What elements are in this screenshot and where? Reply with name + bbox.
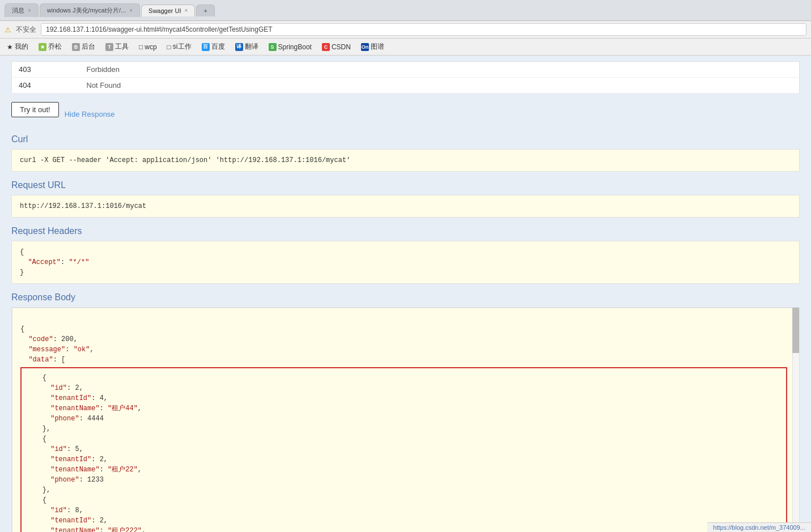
tab-label: 消息 [12, 6, 24, 15]
bookmark-label: 翻译 [245, 42, 258, 52]
response-body-label: Response Body [11, 292, 800, 303]
response-desc-403: Forbidden [80, 62, 800, 78]
bookmark-icon: On [361, 43, 369, 51]
tab-new[interactable]: + [196, 5, 214, 16]
bookmark-icon: 百 [202, 43, 210, 51]
bookmark-icon: □ [139, 43, 143, 51]
tab-messages[interactable]: 消息 × [5, 3, 39, 17]
action-row: Try it out! Hide Response [11, 102, 800, 126]
warning-icon: ⚠ [5, 25, 11, 34]
address-bar-row: ⚠ 不安全 192.168.137.1:1016/swagger-ui.html… [0, 21, 811, 39]
table-row-404: 404 Not Found [12, 78, 800, 93]
tab-close-icon[interactable]: × [129, 7, 133, 14]
response-codes-table: 403 Forbidden 404 Not Found [11, 61, 800, 93]
request-headers-content: { "Accept": "*/*" } [11, 241, 800, 284]
table-row-403: 403 Forbidden [12, 62, 800, 78]
request-headers-label: Request Headers [11, 226, 800, 236]
tab-close-icon[interactable]: × [185, 7, 188, 14]
bookmark-label: 我的 [15, 42, 28, 52]
bookmark-label: CSDN [332, 43, 351, 51]
curl-label: Curl [11, 134, 800, 144]
curl-content: curl -X GET --header 'Accept: applicatio… [11, 149, 800, 172]
bookmark-label: si工作 [173, 42, 192, 52]
curl-section: Curl curl -X GET --header 'Accept: appli… [11, 134, 800, 172]
page-content: 403 Forbidden 404 Not Found Try it out! … [0, 56, 811, 532]
bookmark-translate[interactable]: 译 翻译 [233, 41, 261, 53]
bookmark-icon: S [269, 43, 277, 51]
bookmark-mine[interactable]: ★ 我的 [5, 41, 31, 53]
bookmark-si[interactable]: □ si工作 [165, 41, 194, 53]
bookmark-icon: C [322, 43, 330, 51]
bookmark-label: 后台 [82, 42, 95, 52]
tab-bar: 消息 × windows J美化/mycat分片/... × Swagger U… [0, 0, 811, 21]
request-headers-section: Request Headers { "Accept": "*/*" } [11, 226, 800, 284]
tab-swagger[interactable]: Swagger UI × [141, 5, 195, 16]
response-body-content[interactable]: { "code": 200, "message": "ok", "data": … [12, 308, 799, 532]
bookmark-tools[interactable]: T 工具 [103, 41, 131, 53]
scrollbar[interactable] [792, 308, 799, 532]
status-bar-text: https://blog.csdn.net/m_374009... [713, 524, 805, 531]
bookmark-label: SpringBoot [278, 43, 312, 51]
bookmark-icon: □ [167, 43, 171, 51]
scrollbar-thumb[interactable] [792, 308, 799, 353]
bookmark-icon: 译 [235, 43, 243, 51]
bookmark-graph[interactable]: On 图谱 [359, 41, 387, 53]
bookmark-qiaosong[interactable]: ★ 乔松 [36, 41, 64, 53]
response-body-section: Response Body { "code": 200, "message": … [11, 292, 800, 532]
hide-response-link[interactable]: Hide Response [65, 110, 115, 118]
bookmark-backend[interactable]: B 后台 [70, 41, 97, 53]
bookmark-label: 工具 [115, 42, 129, 52]
bookmark-label: wcp [145, 43, 156, 51]
response-code-403: 403 [12, 62, 80, 78]
bookmark-baidu[interactable]: 百 百度 [199, 41, 227, 53]
bookmark-icon: B [72, 43, 80, 51]
request-url-content: http://192.168.137.1:1016/mycat [11, 195, 800, 218]
address-bar[interactable]: 192.168.137.1:1016/swagger-ui.html#l/myc… [41, 23, 806, 36]
request-url-label: Request URL [11, 180, 800, 190]
response-desc-404: Not Found [80, 78, 800, 93]
tab-close-icon[interactable]: × [28, 7, 31, 14]
bookmark-springboot[interactable]: S SpringBoot [266, 42, 314, 52]
bookmark-label: 乔松 [48, 42, 62, 52]
tab-label: Swagger UI [148, 7, 181, 14]
response-code-404: 404 [12, 78, 80, 93]
browser-tabs: 消息 × windows J美化/mycat分片/... × Swagger U… [5, 3, 215, 17]
bookmark-icon: ★ [7, 43, 13, 51]
bookmark-icon: T [105, 43, 113, 51]
bookmark-icon: ★ [39, 43, 46, 51]
status-bar: https://blog.csdn.net/m_374009... [707, 522, 811, 532]
bookmark-csdn[interactable]: C CSDN [320, 42, 353, 52]
warning-text: 不安全 [16, 25, 36, 35]
tab-label: windows J美化/mycat分片/... [47, 6, 126, 15]
tab-mycat[interactable]: windows J美化/mycat分片/... × [40, 3, 140, 17]
bookmark-label: 图谱 [371, 42, 384, 52]
tab-new-label: + [203, 7, 207, 14]
request-url-section: Request URL http://192.168.137.1:1016/my… [11, 180, 800, 218]
bookmark-label: 百度 [211, 42, 225, 52]
response-body-wrapper: { "code": 200, "message": "ok", "data": … [11, 307, 800, 532]
swagger-content: 403 Forbidden 404 Not Found Try it out! … [0, 56, 811, 532]
bookmarks-bar: ★ 我的 ★ 乔松 B 后台 T 工具 □ wcp □ si工作 百 百度 译 [0, 39, 811, 56]
try-it-out-button[interactable]: Try it out! [11, 102, 59, 117]
highlighted-response: { "id": 2, "tenantId": 4, "tenantName": … [20, 367, 787, 532]
browser-chrome: 消息 × windows J美化/mycat分片/... × Swagger U… [0, 0, 811, 56]
bookmark-wcp[interactable]: □ wcp [137, 42, 159, 52]
